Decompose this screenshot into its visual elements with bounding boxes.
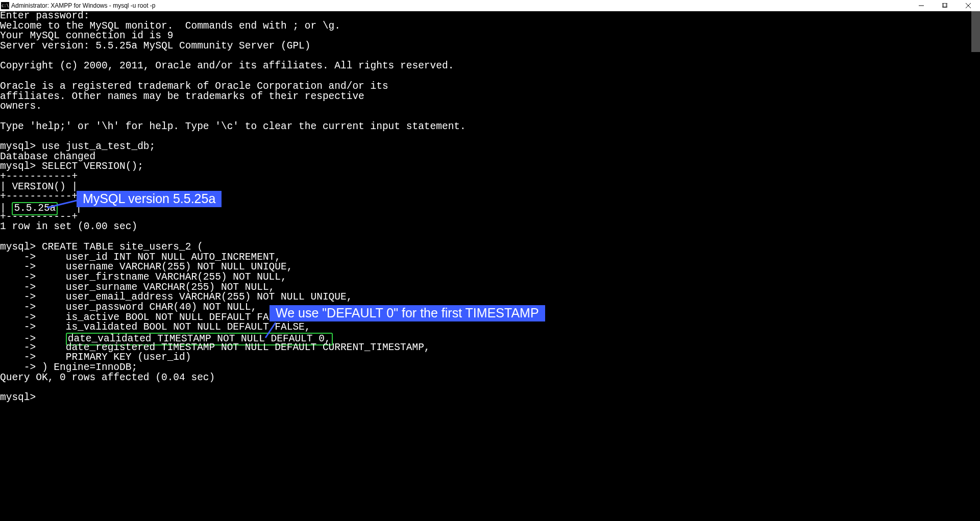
terminal-line: -> PRIMARY KEY (user_id) (0, 353, 980, 363)
svg-line-5 (47, 201, 77, 208)
window-controls (910, 0, 980, 11)
scrollbar[interactable] (971, 11, 980, 521)
terminal-line: mysql> (0, 393, 980, 403)
terminal-line: -> date_validated TIMESTAMP NOT NULL DEF… (0, 333, 980, 343)
annotation-timestamp: We use "DEFAULT 0" for the first TIMESTA… (270, 305, 545, 321)
scrollbar-thumb[interactable] (971, 11, 980, 52)
annotation-connector-1 (47, 196, 78, 212)
minimize-button[interactable] (910, 0, 933, 11)
annotation-timestamp-text: We use "DEFAULT 0" for the first TIMESTA… (276, 306, 539, 320)
terminal-line (0, 132, 980, 142)
maximize-button[interactable] (933, 0, 957, 11)
terminal-line (0, 232, 980, 242)
terminal-line (0, 112, 980, 122)
svg-line-6 (265, 322, 276, 338)
close-button[interactable] (957, 0, 980, 11)
terminal-line: mysql> SELECT VERSION(); (0, 162, 980, 172)
terminal-line (0, 71, 980, 82)
window-titlebar: c:\ Administrator: XAMPP for Windows - m… (0, 0, 980, 11)
terminal-line: -> username VARCHAR(255) NOT NULL UNIQUE… (0, 262, 980, 272)
terminal-line: -> ) Engine=InnoDB; (0, 363, 980, 373)
annotation-version: MySQL version 5.5.25a (77, 191, 222, 207)
annotation-version-text: MySQL version 5.5.25a (83, 191, 215, 206)
terminal-area[interactable]: Enter password:Welcome to the MySQL moni… (0, 11, 980, 521)
terminal-line: Database changed (0, 152, 980, 162)
terminal-line (0, 383, 980, 393)
annotation-connector-2 (265, 322, 296, 343)
terminal-line: Enter password: (0, 11, 980, 21)
terminal-line: Query OK, 0 rows affected (0.04 sec) (0, 373, 980, 383)
terminal-line: -> is_validated BOOL NOT NULL DEFAULT FA… (0, 322, 980, 333)
terminal-line: +-----------+ (0, 212, 980, 222)
terminal-line: Server version: 5.5.25a MySQL Community … (0, 41, 980, 52)
window-title: Administrator: XAMPP for Windows - mysql… (11, 2, 156, 9)
terminal-line: 1 row in set (0.00 sec) (0, 222, 980, 232)
terminal-line: +-----------+ (0, 172, 980, 182)
terminal-line: Oracle is a registered trademark of Orac… (0, 82, 980, 92)
terminal-line: mysql> CREATE TABLE site_users_2 ( (0, 242, 980, 253)
terminal-line: -> user_email_address VARCHAR(255) NOT N… (0, 292, 980, 303)
terminal-line: owners. (0, 102, 980, 112)
cmd-icon: c:\ (1, 2, 9, 9)
terminal-line: affiliates. Other names may be trademark… (0, 92, 980, 102)
terminal-line: mysql> use just_a_test_db; (0, 142, 980, 152)
terminal-line: Copyright (c) 2000, 2011, Oracle and/or … (0, 61, 980, 71)
svg-rect-2 (943, 3, 947, 7)
svg-rect-1 (942, 3, 946, 7)
terminal-line: -> user_firstname VARCHAR(255) NOT NULL, (0, 272, 980, 283)
terminal-line: Type 'help;' or '\h' for help. Type '\c'… (0, 122, 980, 132)
